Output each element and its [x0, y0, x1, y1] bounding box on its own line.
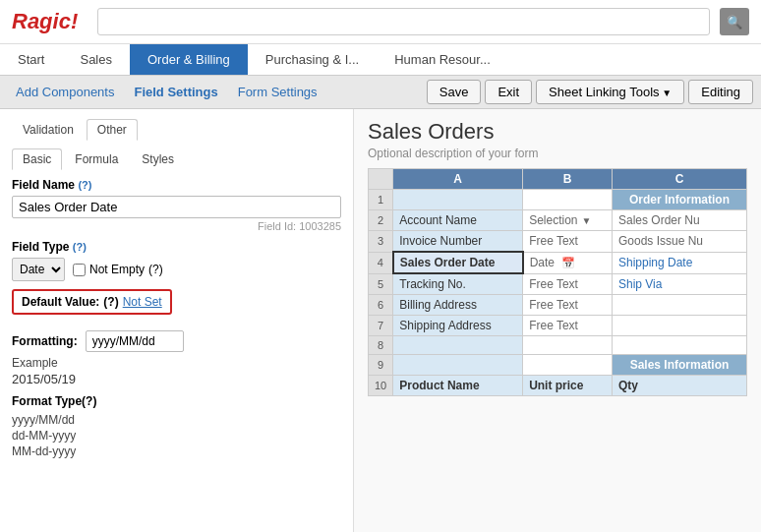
tab-styles[interactable]: Styles [131, 148, 185, 170]
tab-basic[interactable]: Basic [12, 148, 62, 170]
row-3-b[interactable]: Free Text [523, 231, 613, 253]
row-7-num: 7 [369, 316, 393, 336]
row-8-b[interactable] [523, 336, 613, 355]
save-button[interactable]: Save [427, 80, 482, 104]
nav-item-purchasing[interactable]: Purchasing & I... [248, 44, 377, 75]
not-empty-checkbox[interactable] [73, 264, 86, 276]
formatting-input[interactable] [86, 330, 184, 352]
default-value-help[interactable]: (?) [103, 295, 118, 309]
field-type-select[interactable]: Date [12, 258, 65, 281]
search-input[interactable] [97, 8, 710, 35]
row-9-num: 9 [369, 355, 393, 376]
tab-field-settings[interactable]: Field Settings [126, 81, 225, 103]
exit-button[interactable]: Exit [485, 80, 532, 104]
row-8-a[interactable] [393, 336, 523, 355]
table-row: 1 Order Information [369, 190, 747, 210]
row-3-num: 3 [369, 231, 393, 253]
format-option-2[interactable]: dd-MM-yyyy [12, 428, 341, 443]
field-type-row: Date Not Empty (?) [12, 258, 341, 281]
row-5-a[interactable]: Tracking No. [393, 273, 523, 295]
formatting-label: Formatting: [12, 334, 78, 348]
nav-item-human-resources[interactable]: Human Resour... [377, 44, 508, 75]
table-row: 10 Product Name Unit price Qty [369, 376, 747, 396]
example-value: 2015/05/19 [12, 372, 341, 386]
nav-item-sales[interactable]: Sales [62, 44, 130, 75]
row-9-c: Sales Information [612, 355, 746, 376]
nav-item-start[interactable]: Start [0, 44, 62, 75]
editing-button[interactable]: Editing [688, 80, 753, 104]
row-5-c[interactable]: Ship Via [612, 273, 746, 295]
table-row: 8 [369, 336, 747, 355]
formatting-row: Formatting: [12, 330, 341, 352]
row-10-b[interactable]: Unit price [523, 376, 613, 396]
row-4-b-icon: 📅 [561, 257, 575, 268]
row-8-c[interactable] [612, 336, 746, 355]
row-4-b[interactable]: Date 📅 [523, 252, 613, 273]
tab-formula[interactable]: Formula [64, 148, 129, 170]
col-c-header: C [612, 169, 746, 190]
right-panel: Sales Orders Optional description of you… [354, 109, 761, 532]
field-name-help[interactable]: (?) [78, 179, 91, 191]
field-name-label: Field Name (?) [12, 178, 341, 192]
row-8-num: 8 [369, 336, 393, 355]
row-5-b[interactable]: Free Text [523, 273, 613, 295]
col-a-header: A [393, 169, 523, 190]
field-type-label: Field Type (?) [12, 240, 341, 254]
row-1-a[interactable] [393, 190, 523, 210]
table-row: 3 Invoice Number Free Text Goods Issue N… [369, 231, 747, 253]
row-4-c[interactable]: Shipping Date [612, 252, 746, 273]
tab-form-settings[interactable]: Form Settings [230, 81, 325, 103]
row-1-num: 1 [369, 190, 393, 210]
row-1-c: Order Information [612, 190, 746, 210]
not-empty-help[interactable]: (?) [148, 263, 163, 276]
default-value-row: Default Value: (?) Not Set [12, 289, 172, 315]
row-2-c[interactable]: Sales Order Nu [612, 210, 746, 231]
row-5-num: 5 [369, 273, 393, 295]
row-9-a[interactable] [393, 355, 523, 376]
row-7-a[interactable]: Shipping Address [393, 316, 523, 336]
nav-item-order-billing[interactable]: Order & Billing [130, 44, 248, 75]
validation-other-tabs: Validation Other [12, 119, 341, 141]
row-4-a[interactable]: Sales Order Date [393, 252, 523, 273]
row-2-b-arrow: ▼ [582, 215, 592, 226]
tab-validation[interactable]: Validation [12, 119, 85, 141]
row-9-b[interactable] [523, 355, 613, 376]
header: Ragic! 🔍 [0, 0, 761, 44]
row-2-num: 2 [369, 210, 393, 231]
row-7-b[interactable]: Free Text [523, 316, 613, 336]
row-10-c[interactable]: Qty [612, 376, 746, 396]
not-empty-checkbox-label[interactable]: Not Empty (?) [73, 263, 163, 276]
table-row: 4 Sales Order Date Date 📅 Shipping Date [369, 252, 747, 273]
col-rownum-header [369, 169, 393, 190]
nav-bar: Start Sales Order & Billing Purchasing &… [0, 44, 761, 76]
row-2-a[interactable]: Account Name [393, 210, 523, 231]
row-10-a[interactable]: Product Name [393, 376, 523, 396]
sheet-linking-tools-button[interactable]: Sheet Linking Tools [536, 80, 684, 104]
row-1-b[interactable] [523, 190, 613, 210]
table-row: 6 Billing Address Free Text [369, 295, 747, 316]
table-row: 9 Sales Information [369, 355, 747, 376]
row-3-c[interactable]: Goods Issue Nu [612, 231, 746, 253]
table-row: 2 Account Name Selection ▼ Sales Order N… [369, 210, 747, 231]
field-name-input[interactable] [12, 196, 341, 218]
row-6-c[interactable] [612, 295, 746, 316]
row-2-b[interactable]: Selection ▼ [523, 210, 613, 231]
format-option-1[interactable]: yyyy/MM/dd [12, 412, 341, 428]
form-description: Optional description of your form [368, 147, 747, 160]
example-label: Example [12, 356, 341, 370]
tab-other[interactable]: Other [87, 119, 138, 141]
row-6-b[interactable]: Free Text [523, 295, 613, 316]
row-6-a[interactable]: Billing Address [393, 295, 523, 316]
field-type-help[interactable]: (?) [73, 241, 87, 253]
format-type-label: Format Type(?) [12, 394, 341, 408]
row-2-b-text: Selection [529, 213, 577, 227]
search-button[interactable]: 🔍 [720, 8, 749, 35]
row-10-num: 10 [369, 376, 393, 396]
default-value-link[interactable]: Not Set [123, 295, 162, 309]
row-3-a[interactable]: Invoice Number [393, 231, 523, 253]
row-7-c[interactable] [612, 316, 746, 336]
format-option-3[interactable]: MM-dd-yyyy [12, 443, 341, 459]
table-row: 5 Tracking No. Free Text Ship Via [369, 273, 747, 295]
col-b-header: B [523, 169, 613, 190]
tab-add-components[interactable]: Add Components [8, 81, 122, 103]
